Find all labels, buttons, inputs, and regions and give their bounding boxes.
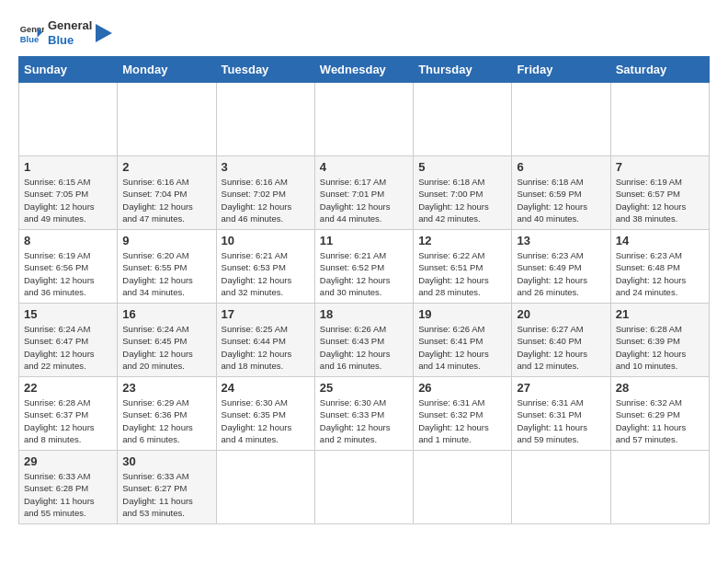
day-detail: Sunrise: 6:33 AM Sunset: 6:28 PM Dayligh… xyxy=(24,470,112,519)
day-number: 8 xyxy=(24,234,112,247)
svg-text:Blue: Blue xyxy=(20,35,39,44)
calendar-cell xyxy=(512,83,610,156)
day-number: 2 xyxy=(122,160,210,174)
day-detail: Sunrise: 6:33 AM Sunset: 6:27 PM Dayligh… xyxy=(122,470,210,519)
calendar-cell xyxy=(314,451,413,524)
day-number: 11 xyxy=(320,234,408,247)
calendar-cell: 27Sunrise: 6:31 AM Sunset: 6:31 PM Dayli… xyxy=(512,377,610,451)
calendar-cell xyxy=(216,83,314,156)
day-detail: Sunrise: 6:28 AM Sunset: 6:37 PM Dayligh… xyxy=(24,396,112,445)
calendar-cell: 16Sunrise: 6:24 AM Sunset: 6:45 PM Dayli… xyxy=(118,304,216,377)
day-number: 4 xyxy=(320,160,408,174)
day-detail: Sunrise: 6:17 AM Sunset: 7:01 PM Dayligh… xyxy=(320,176,408,224)
calendar-cell: 3Sunrise: 6:16 AM Sunset: 7:02 PM Daylig… xyxy=(216,156,314,230)
day-detail: Sunrise: 6:29 AM Sunset: 6:36 PM Dayligh… xyxy=(122,396,210,445)
calendar-cell: 26Sunrise: 6:31 AM Sunset: 6:32 PM Dayli… xyxy=(414,377,512,451)
day-detail: Sunrise: 6:19 AM Sunset: 6:57 PM Dayligh… xyxy=(616,176,704,224)
col-header-saturday: Saturday xyxy=(610,57,709,83)
calendar-cell xyxy=(118,83,216,156)
day-detail: Sunrise: 6:18 AM Sunset: 6:59 PM Dayligh… xyxy=(517,176,605,224)
day-detail: Sunrise: 6:30 AM Sunset: 6:33 PM Dayligh… xyxy=(320,396,408,445)
day-number: 25 xyxy=(320,381,408,395)
col-header-sunday: Sunday xyxy=(19,57,118,83)
logo-blue-text: Blue xyxy=(48,33,92,48)
calendar-cell: 30Sunrise: 6:33 AM Sunset: 6:27 PM Dayli… xyxy=(118,451,216,524)
day-detail: Sunrise: 6:23 AM Sunset: 6:48 PM Dayligh… xyxy=(616,249,704,298)
col-header-tuesday: Tuesday xyxy=(216,57,314,83)
day-detail: Sunrise: 6:32 AM Sunset: 6:29 PM Dayligh… xyxy=(616,396,704,445)
calendar-cell: 6Sunrise: 6:18 AM Sunset: 6:59 PM Daylig… xyxy=(512,156,610,230)
day-detail: Sunrise: 6:30 AM Sunset: 6:35 PM Dayligh… xyxy=(222,396,310,445)
day-detail: Sunrise: 6:21 AM Sunset: 6:53 PM Dayligh… xyxy=(222,249,310,298)
day-number: 24 xyxy=(222,381,310,395)
day-number: 30 xyxy=(122,454,210,468)
calendar-cell: 17Sunrise: 6:25 AM Sunset: 6:44 PM Dayli… xyxy=(216,304,314,377)
day-number: 7 xyxy=(616,160,704,174)
day-detail: Sunrise: 6:18 AM Sunset: 7:00 PM Dayligh… xyxy=(418,176,506,224)
day-detail: Sunrise: 6:24 AM Sunset: 6:47 PM Dayligh… xyxy=(24,323,112,372)
calendar-cell: 24Sunrise: 6:30 AM Sunset: 6:35 PM Dayli… xyxy=(216,377,314,451)
day-detail: Sunrise: 6:27 AM Sunset: 6:40 PM Dayligh… xyxy=(517,323,605,372)
calendar-table: SundayMondayTuesdayWednesdayThursdayFrid… xyxy=(18,56,710,524)
calendar-cell: 9Sunrise: 6:20 AM Sunset: 6:55 PM Daylig… xyxy=(118,230,216,304)
calendar-cell: 12Sunrise: 6:22 AM Sunset: 6:51 PM Dayli… xyxy=(414,230,512,304)
day-detail: Sunrise: 6:15 AM Sunset: 7:05 PM Dayligh… xyxy=(24,176,112,224)
calendar-cell: 11Sunrise: 6:21 AM Sunset: 6:52 PM Dayli… xyxy=(314,230,413,304)
day-number: 28 xyxy=(616,381,704,395)
day-number: 3 xyxy=(222,160,310,174)
calendar-cell: 22Sunrise: 6:28 AM Sunset: 6:37 PM Dayli… xyxy=(19,377,118,451)
logo: General Blue General Blue xyxy=(18,18,112,47)
col-header-monday: Monday xyxy=(118,57,216,83)
day-number: 12 xyxy=(418,234,506,247)
day-detail: Sunrise: 6:16 AM Sunset: 7:04 PM Dayligh… xyxy=(122,176,210,224)
day-detail: Sunrise: 6:26 AM Sunset: 6:41 PM Dayligh… xyxy=(418,323,506,372)
calendar-cell: 13Sunrise: 6:23 AM Sunset: 6:49 PM Dayli… xyxy=(512,230,610,304)
calendar-cell xyxy=(314,83,413,156)
day-detail: Sunrise: 6:28 AM Sunset: 6:39 PM Dayligh… xyxy=(616,323,704,372)
calendar-cell: 14Sunrise: 6:23 AM Sunset: 6:48 PM Dayli… xyxy=(610,230,709,304)
calendar-cell xyxy=(512,451,610,524)
svg-marker-3 xyxy=(96,24,112,42)
calendar-cell xyxy=(610,83,709,156)
logo-icon: General Blue xyxy=(18,20,44,46)
day-number: 29 xyxy=(24,454,112,468)
calendar-cell xyxy=(216,451,314,524)
calendar-cell: 15Sunrise: 6:24 AM Sunset: 6:47 PM Dayli… xyxy=(19,304,118,377)
calendar-cell: 1Sunrise: 6:15 AM Sunset: 7:05 PM Daylig… xyxy=(19,156,118,230)
calendar-cell: 7Sunrise: 6:19 AM Sunset: 6:57 PM Daylig… xyxy=(610,156,709,230)
day-number: 9 xyxy=(122,234,210,247)
day-number: 19 xyxy=(418,307,506,321)
day-number: 1 xyxy=(24,160,112,174)
calendar-cell: 2Sunrise: 6:16 AM Sunset: 7:04 PM Daylig… xyxy=(118,156,216,230)
calendar-cell: 29Sunrise: 6:33 AM Sunset: 6:28 PM Dayli… xyxy=(19,451,118,524)
calendar-cell: 18Sunrise: 6:26 AM Sunset: 6:43 PM Dayli… xyxy=(314,304,413,377)
day-number: 22 xyxy=(24,381,112,395)
day-detail: Sunrise: 6:19 AM Sunset: 6:56 PM Dayligh… xyxy=(24,249,112,298)
day-number: 13 xyxy=(517,234,605,247)
day-detail: Sunrise: 6:25 AM Sunset: 6:44 PM Dayligh… xyxy=(222,323,310,372)
day-detail: Sunrise: 6:31 AM Sunset: 6:31 PM Dayligh… xyxy=(517,396,605,445)
day-detail: Sunrise: 6:31 AM Sunset: 6:32 PM Dayligh… xyxy=(418,396,506,445)
calendar-cell xyxy=(19,83,118,156)
logo-arrow-icon xyxy=(96,20,112,46)
day-number: 10 xyxy=(222,234,310,247)
day-detail: Sunrise: 6:16 AM Sunset: 7:02 PM Dayligh… xyxy=(222,176,310,224)
day-number: 21 xyxy=(616,307,704,321)
calendar-cell: 5Sunrise: 6:18 AM Sunset: 7:00 PM Daylig… xyxy=(414,156,512,230)
day-number: 5 xyxy=(418,160,506,174)
calendar-cell: 28Sunrise: 6:32 AM Sunset: 6:29 PM Dayli… xyxy=(610,377,709,451)
calendar-cell: 19Sunrise: 6:26 AM Sunset: 6:41 PM Dayli… xyxy=(414,304,512,377)
day-number: 23 xyxy=(122,381,210,395)
day-detail: Sunrise: 6:24 AM Sunset: 6:45 PM Dayligh… xyxy=(122,323,210,372)
day-detail: Sunrise: 6:26 AM Sunset: 6:43 PM Dayligh… xyxy=(320,323,408,372)
col-header-friday: Friday xyxy=(512,57,610,83)
page-header: General Blue General Blue xyxy=(18,18,710,47)
calendar-cell: 8Sunrise: 6:19 AM Sunset: 6:56 PM Daylig… xyxy=(19,230,118,304)
col-header-thursday: Thursday xyxy=(414,57,512,83)
day-number: 27 xyxy=(517,381,605,395)
day-number: 20 xyxy=(517,307,605,321)
calendar-cell xyxy=(610,451,709,524)
day-number: 6 xyxy=(517,160,605,174)
day-number: 26 xyxy=(418,381,506,395)
day-number: 17 xyxy=(222,307,310,321)
